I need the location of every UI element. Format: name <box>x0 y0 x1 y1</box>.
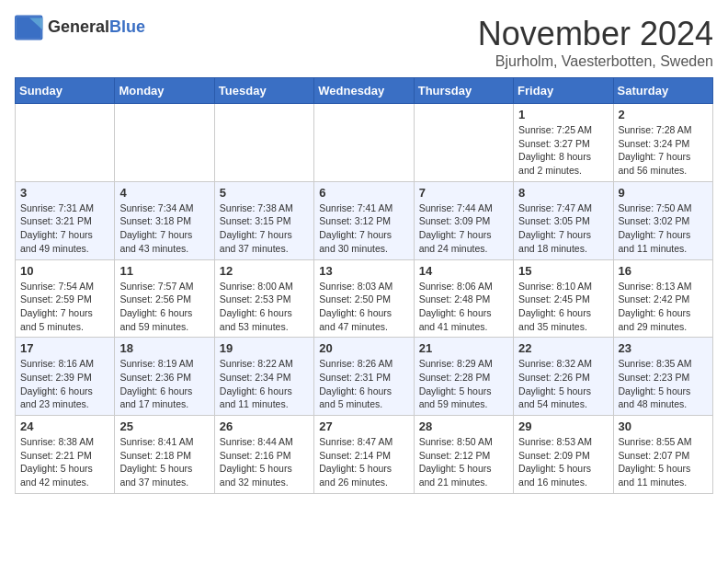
calendar-cell: 13Sunrise: 8:03 AM Sunset: 2:50 PM Dayli… <box>314 259 414 338</box>
header-thursday: Thursday <box>414 78 513 104</box>
calendar-cell: 21Sunrise: 8:29 AM Sunset: 2:28 PM Dayli… <box>414 338 513 416</box>
day-number: 10 <box>20 264 109 278</box>
title-area: November 2024 Bjurholm, Vaesterbotten, S… <box>478 15 713 70</box>
logo-blue: Blue <box>109 17 145 36</box>
day-info: Sunrise: 7:34 AM Sunset: 3:18 PM Dayligh… <box>119 201 209 256</box>
day-number: 19 <box>220 341 309 355</box>
calendar-cell <box>414 104 513 182</box>
day-number: 30 <box>619 419 708 433</box>
calendar-cell: 8Sunrise: 7:47 AM Sunset: 3:05 PM Daylig… <box>514 181 613 259</box>
logo: GeneralBlue <box>15 15 145 40</box>
day-number: 12 <box>220 264 309 278</box>
day-number: 14 <box>419 264 508 278</box>
calendar-cell: 29Sunrise: 8:53 AM Sunset: 2:09 PM Dayli… <box>514 416 613 494</box>
calendar-cell: 10Sunrise: 7:54 AM Sunset: 2:59 PM Dayli… <box>16 259 115 338</box>
day-number: 17 <box>20 341 109 355</box>
day-info: Sunrise: 7:38 AM Sunset: 3:15 PM Dayligh… <box>220 201 309 256</box>
day-number: 9 <box>619 186 708 200</box>
header-tuesday: Tuesday <box>214 78 313 104</box>
day-info: Sunrise: 8:50 AM Sunset: 2:12 PM Dayligh… <box>419 435 508 489</box>
day-info: Sunrise: 8:19 AM Sunset: 2:36 PM Dayligh… <box>119 357 209 411</box>
day-number: 20 <box>319 341 408 355</box>
day-info: Sunrise: 8:00 AM Sunset: 2:53 PM Dayligh… <box>220 280 309 334</box>
calendar-cell: 22Sunrise: 8:32 AM Sunset: 2:26 PM Dayli… <box>514 338 613 416</box>
day-info: Sunrise: 8:06 AM Sunset: 2:48 PM Dayligh… <box>419 280 508 334</box>
calendar-cell: 11Sunrise: 7:57 AM Sunset: 2:56 PM Dayli… <box>115 259 214 338</box>
day-number: 29 <box>518 419 608 433</box>
day-info: Sunrise: 8:03 AM Sunset: 2:50 PM Dayligh… <box>319 280 408 334</box>
logo-general: General <box>48 17 109 36</box>
calendar-cell <box>314 104 414 182</box>
day-info: Sunrise: 8:38 AM Sunset: 2:21 PM Dayligh… <box>20 435 109 489</box>
header-saturday: Saturday <box>613 78 712 104</box>
day-number: 11 <box>119 264 209 278</box>
day-info: Sunrise: 8:47 AM Sunset: 2:14 PM Dayligh… <box>319 435 408 489</box>
calendar-cell: 14Sunrise: 8:06 AM Sunset: 2:48 PM Dayli… <box>414 259 513 338</box>
header-monday: Monday <box>115 78 214 104</box>
calendar-cell: 19Sunrise: 8:22 AM Sunset: 2:34 PM Dayli… <box>214 338 313 416</box>
day-info: Sunrise: 8:13 AM Sunset: 2:42 PM Dayligh… <box>619 280 708 334</box>
day-number: 6 <box>319 186 408 200</box>
calendar-cell <box>115 104 214 182</box>
day-info: Sunrise: 7:28 AM Sunset: 3:24 PM Dayligh… <box>619 123 708 178</box>
day-info: Sunrise: 8:29 AM Sunset: 2:28 PM Dayligh… <box>419 357 508 411</box>
calendar-cell: 24Sunrise: 8:38 AM Sunset: 2:21 PM Dayli… <box>16 416 115 494</box>
calendar-week-3: 10Sunrise: 7:54 AM Sunset: 2:59 PM Dayli… <box>16 259 713 338</box>
calendar-cell: 4Sunrise: 7:34 AM Sunset: 3:18 PM Daylig… <box>115 181 214 259</box>
calendar-cell: 25Sunrise: 8:41 AM Sunset: 2:18 PM Dayli… <box>115 416 214 494</box>
day-number: 4 <box>119 186 209 200</box>
day-info: Sunrise: 8:53 AM Sunset: 2:09 PM Dayligh… <box>518 435 608 489</box>
calendar-week-1: 1Sunrise: 7:25 AM Sunset: 3:27 PM Daylig… <box>16 104 713 182</box>
calendar-cell: 2Sunrise: 7:28 AM Sunset: 3:24 PM Daylig… <box>613 104 712 182</box>
calendar-cell: 23Sunrise: 8:35 AM Sunset: 2:23 PM Dayli… <box>613 338 712 416</box>
calendar-cell: 30Sunrise: 8:55 AM Sunset: 2:07 PM Dayli… <box>613 416 712 494</box>
calendar-table: Sunday Monday Tuesday Wednesday Thursday… <box>15 77 713 494</box>
logo-icon <box>15 15 44 40</box>
calendar-cell <box>16 104 115 182</box>
day-info: Sunrise: 7:41 AM Sunset: 3:12 PM Dayligh… <box>319 201 408 256</box>
day-info: Sunrise: 8:16 AM Sunset: 2:39 PM Dayligh… <box>20 357 109 411</box>
header-wednesday: Wednesday <box>314 78 414 104</box>
day-info: Sunrise: 7:57 AM Sunset: 2:56 PM Dayligh… <box>119 280 209 334</box>
day-number: 28 <box>419 419 508 433</box>
day-info: Sunrise: 7:54 AM Sunset: 2:59 PM Dayligh… <box>20 280 109 334</box>
calendar-cell: 20Sunrise: 8:26 AM Sunset: 2:31 PM Dayli… <box>314 338 414 416</box>
day-info: Sunrise: 8:10 AM Sunset: 2:45 PM Dayligh… <box>518 280 608 334</box>
day-info: Sunrise: 8:22 AM Sunset: 2:34 PM Dayligh… <box>220 357 309 411</box>
day-number: 22 <box>518 341 608 355</box>
calendar-week-4: 17Sunrise: 8:16 AM Sunset: 2:39 PM Dayli… <box>16 338 713 416</box>
calendar-cell: 5Sunrise: 7:38 AM Sunset: 3:15 PM Daylig… <box>214 181 313 259</box>
day-info: Sunrise: 7:50 AM Sunset: 3:02 PM Dayligh… <box>619 201 708 256</box>
day-info: Sunrise: 7:31 AM Sunset: 3:21 PM Dayligh… <box>20 201 109 256</box>
calendar-cell: 7Sunrise: 7:44 AM Sunset: 3:09 PM Daylig… <box>414 181 513 259</box>
calendar-cell: 16Sunrise: 8:13 AM Sunset: 2:42 PM Dayli… <box>613 259 712 338</box>
day-info: Sunrise: 8:41 AM Sunset: 2:18 PM Dayligh… <box>119 435 209 489</box>
day-info: Sunrise: 8:55 AM Sunset: 2:07 PM Dayligh… <box>619 435 708 489</box>
calendar-cell: 26Sunrise: 8:44 AM Sunset: 2:16 PM Dayli… <box>214 416 313 494</box>
day-number: 5 <box>220 186 309 200</box>
calendar-cell: 12Sunrise: 8:00 AM Sunset: 2:53 PM Dayli… <box>214 259 313 338</box>
day-info: Sunrise: 8:44 AM Sunset: 2:16 PM Dayligh… <box>220 435 309 489</box>
month-title: November 2024 <box>478 15 713 53</box>
day-info: Sunrise: 8:32 AM Sunset: 2:26 PM Dayligh… <box>518 357 608 411</box>
header: GeneralBlue November 2024 Bjurholm, Vaes… <box>15 15 713 70</box>
calendar-cell: 27Sunrise: 8:47 AM Sunset: 2:14 PM Dayli… <box>314 416 414 494</box>
calendar-cell: 15Sunrise: 8:10 AM Sunset: 2:45 PM Dayli… <box>514 259 613 338</box>
day-number: 23 <box>619 341 708 355</box>
calendar-cell: 6Sunrise: 7:41 AM Sunset: 3:12 PM Daylig… <box>314 181 414 259</box>
calendar-cell: 1Sunrise: 7:25 AM Sunset: 3:27 PM Daylig… <box>514 104 613 182</box>
header-friday: Friday <box>514 78 613 104</box>
day-info: Sunrise: 7:25 AM Sunset: 3:27 PM Dayligh… <box>518 123 608 178</box>
logo-text: GeneralBlue <box>48 18 145 37</box>
day-number: 15 <box>518 264 608 278</box>
day-number: 8 <box>518 186 608 200</box>
calendar-header-row: Sunday Monday Tuesday Wednesday Thursday… <box>16 78 713 104</box>
day-number: 25 <box>119 419 209 433</box>
calendar-cell: 9Sunrise: 7:50 AM Sunset: 3:02 PM Daylig… <box>613 181 712 259</box>
day-number: 3 <box>20 186 109 200</box>
day-info: Sunrise: 8:26 AM Sunset: 2:31 PM Dayligh… <box>319 357 408 411</box>
day-number: 27 <box>319 419 408 433</box>
header-sunday: Sunday <box>16 78 115 104</box>
calendar-cell: 3Sunrise: 7:31 AM Sunset: 3:21 PM Daylig… <box>16 181 115 259</box>
day-number: 24 <box>20 419 109 433</box>
